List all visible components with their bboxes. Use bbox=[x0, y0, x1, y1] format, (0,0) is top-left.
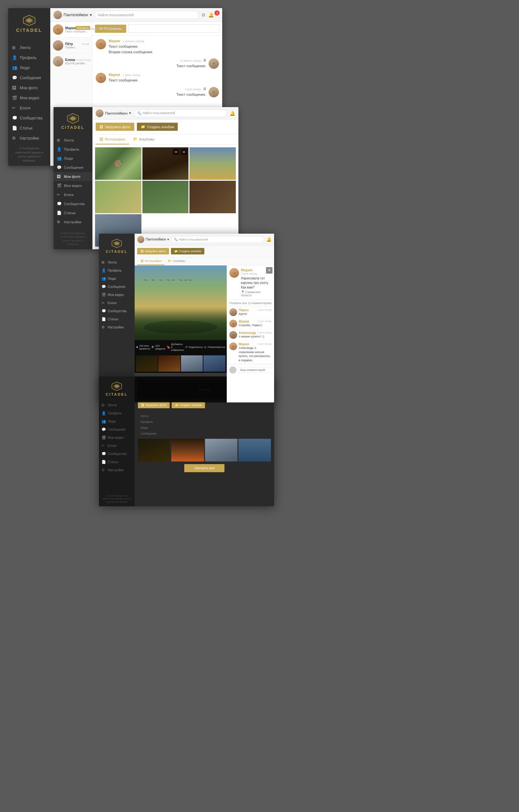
sidebar-item-video[interactable]: 🎬 Мои видео bbox=[99, 434, 134, 442]
sidebar-item-feed[interactable]: ⊞ Лента bbox=[8, 42, 50, 53]
sidebar-item-blogs[interactable]: ✂ Блоги bbox=[8, 103, 50, 113]
photo-cell[interactable] bbox=[189, 181, 236, 213]
upload-photo-button[interactable]: 🖼 Загрузить фото bbox=[138, 402, 170, 408]
sidebar-item-photos[interactable]: 🖼 Мои фото bbox=[54, 172, 92, 181]
sidebar-item-video[interactable]: 🎬 Мои видео bbox=[8, 93, 50, 103]
sidebar-item-label: Люди bbox=[108, 419, 116, 423]
bell-icon[interactable]: 🔔 bbox=[208, 12, 214, 18]
sidebar-item-people[interactable]: 👥 Люди bbox=[99, 417, 134, 426]
sidebar-item-articles[interactable]: 📄 Статьи bbox=[99, 315, 134, 323]
sidebar-item-feed[interactable]: ⊞ Лента bbox=[54, 136, 92, 145]
sidebar-item-feed[interactable]: ⊞ Лента bbox=[99, 258, 134, 266]
sidebar-item-messages[interactable]: 💬 Сообщения bbox=[8, 73, 50, 83]
upload-photo-button[interactable]: 🖼 Загрузить фото bbox=[96, 123, 134, 131]
like-button[interactable]: ♥ 223 мне нравится bbox=[136, 343, 150, 351]
thumbnail[interactable] bbox=[181, 355, 203, 372]
show-comments-button[interactable]: Показать все 10 комментариев bbox=[227, 300, 274, 307]
tab-albums[interactable]: 📁 Альбомы bbox=[164, 257, 188, 265]
search-input[interactable]: 🔍 Найти пользователей bbox=[171, 236, 264, 243]
sub-nav-item[interactable]: Сообщения bbox=[138, 431, 271, 436]
create-album-button[interactable]: 📁 Создать альбом bbox=[172, 402, 205, 408]
settings-icon[interactable]: ⚙ bbox=[202, 12, 206, 18]
photo-cell[interactable] bbox=[138, 439, 170, 462]
sidebar-item-blogs[interactable]: ✂ Блоги bbox=[99, 299, 134, 307]
sidebar-item-profile[interactable]: 👤 Профиль bbox=[54, 145, 92, 154]
sub-nav-item[interactable]: Профиль bbox=[138, 419, 271, 425]
sidebar-item-messages[interactable]: 💬 Сообщения bbox=[54, 163, 92, 172]
bell-icon[interactable]: 🔔 bbox=[266, 237, 272, 242]
tab-photos[interactable]: 🖼 Фотографии bbox=[137, 257, 164, 265]
sidebar-item-profile[interactable]: 👤 Профиль bbox=[8, 53, 50, 63]
profile-icon: 👤 bbox=[101, 411, 106, 415]
photo-cell[interactable] bbox=[238, 439, 271, 462]
sidebar-item-communities[interactable]: 💭 Сообщества bbox=[8, 113, 50, 123]
upload-photo-button[interactable]: 🖼 Загрузить фото bbox=[137, 248, 169, 255]
sidebar-item-messages[interactable]: 💬 Сообщения bbox=[99, 283, 134, 291]
sidebar-item-people[interactable]: 👥 Люди bbox=[54, 154, 92, 163]
photo-cell[interactable] bbox=[189, 147, 236, 180]
header-user[interactable]: Пантелеймон ▾ bbox=[96, 109, 131, 117]
close-button[interactable]: ✕ bbox=[266, 267, 272, 273]
articles-icon: 📄 bbox=[101, 317, 106, 321]
views-button[interactable]: 👁 223 увидели bbox=[151, 343, 165, 351]
edit-photo-icon[interactable]: ✏ bbox=[173, 149, 179, 155]
sidebar-item-communities[interactable]: 💭 Сообщества bbox=[99, 450, 134, 458]
sidebar-item-profile[interactable]: 👤 Профиль bbox=[99, 266, 134, 274]
sidebar-item-blogs[interactable]: ✂ Блоги bbox=[99, 442, 134, 450]
sidebar-item-label: Мои видео bbox=[108, 293, 124, 297]
search-input[interactable]: 🔍 Найти пользователей bbox=[134, 109, 227, 117]
sub-nav-item[interactable]: Лента bbox=[138, 413, 271, 419]
photo-cell[interactable]: ✏ ✕ bbox=[143, 147, 189, 180]
comment-input[interactable] bbox=[238, 367, 274, 373]
bell-icon[interactable]: 🔔 bbox=[230, 111, 235, 116]
thumbnail[interactable] bbox=[158, 355, 180, 372]
tab-albums[interactable]: 📁 Альбомы bbox=[129, 134, 158, 144]
sidebar-item-label: Сообщества bbox=[108, 452, 126, 456]
create-album-button[interactable]: 📁 Создать альбом bbox=[137, 123, 178, 131]
sidebar-item-people[interactable]: 👥 Люди bbox=[8, 63, 50, 73]
more-button[interactable]: Смотреть всё bbox=[184, 464, 224, 472]
chat-msg-header: Я 3 дня назад bbox=[96, 87, 206, 91]
sidebar-item-feed[interactable]: ⊞ Лента bbox=[99, 401, 134, 409]
thumbnail[interactable] bbox=[203, 355, 225, 372]
sidebar-item-articles[interactable]: 📄 Статьи bbox=[8, 123, 50, 133]
sidebar-item-video[interactable]: 🎬 Мои видео bbox=[54, 181, 92, 190]
header-user[interactable]: Пантелеймон ▾ bbox=[137, 236, 169, 243]
lightbox-image: ~ ~ ~ ~~ ~~~ bbox=[134, 265, 227, 340]
compose-input[interactable] bbox=[128, 24, 220, 33]
sidebar-item-video[interactable]: 🎬 Мои видео bbox=[99, 291, 134, 299]
sidebar-item-communities[interactable]: 💭 Сообщества bbox=[99, 307, 134, 315]
communities-icon: 💭 bbox=[57, 202, 62, 206]
sub-nav-item[interactable]: Люди bbox=[138, 425, 271, 430]
photo-cell[interactable] bbox=[95, 181, 142, 213]
photo-cell[interactable] bbox=[205, 439, 238, 462]
delete-photo-icon[interactable]: ✕ bbox=[181, 149, 187, 155]
sidebar-item-photos[interactable]: 🖼 Мои фото bbox=[8, 83, 50, 93]
photo-cell[interactable] bbox=[171, 439, 204, 462]
sidebar-item-profile[interactable]: 👤 Профиль bbox=[99, 409, 134, 417]
thumbnail[interactable] bbox=[136, 355, 158, 372]
photo-cell[interactable]: 🎯 bbox=[95, 147, 142, 180]
sidebar-item-messages[interactable]: 💬 Сообщения bbox=[99, 426, 134, 434]
sidebar-item-articles[interactable]: 📄 Статьи bbox=[54, 208, 92, 218]
create-album-button[interactable]: 📁 Создать альбом bbox=[171, 248, 204, 255]
sidebar-item-articles[interactable]: 📄 Статьи bbox=[99, 458, 134, 466]
header-user[interactable]: Пантелеймон ▾ bbox=[54, 11, 92, 19]
sidebar-item-blogs[interactable]: ✂ Блоги bbox=[54, 190, 92, 199]
sidebar-item-settings[interactable]: ⚙ Настройки bbox=[54, 218, 92, 227]
sidebar-item-settings[interactable]: ⚙ Настройки bbox=[99, 466, 134, 474]
sidebar-item-communities[interactable]: 💭 Сообщества bbox=[54, 199, 92, 208]
share-button[interactable]: ↗ Поделиться bbox=[185, 343, 203, 351]
tab-photos[interactable]: 🖼 Фотографии bbox=[96, 134, 129, 144]
list-item[interactable]: Е Елена 5 дней назад Крутой дизайн... bbox=[50, 54, 92, 69]
photo-cell[interactable] bbox=[143, 181, 189, 213]
report-button[interactable]: ⚠ Пожаловаться bbox=[204, 343, 225, 351]
sidebar-item-settings[interactable]: ⚙ Настройки bbox=[8, 133, 50, 143]
bookmark-button[interactable]: 🔖 Добавить в избранное bbox=[166, 343, 184, 351]
tab-label: Фотографии bbox=[145, 259, 161, 263]
sidebar-item-settings[interactable]: ⚙ Настройки bbox=[99, 323, 134, 331]
sidebar-item-people[interactable]: 👥 Люди bbox=[99, 274, 134, 283]
search-input[interactable]: Найти пользователей bbox=[94, 11, 199, 19]
lightbox-content: ~ ~ ~ ~~ ~~~ ♥ 223 мне нравится 👁 22 bbox=[134, 265, 274, 402]
list-item[interactable]: П Пётр Вчера Привет... bbox=[50, 38, 92, 54]
